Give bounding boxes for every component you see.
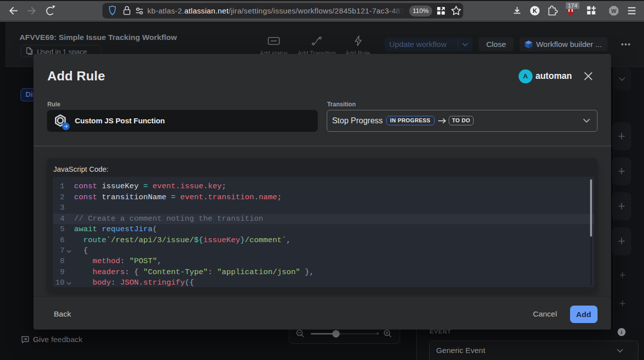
svg-text:K: K <box>533 7 537 14</box>
svg-text:174: 174 <box>568 2 578 8</box>
svg-text:W: W <box>611 8 617 14</box>
